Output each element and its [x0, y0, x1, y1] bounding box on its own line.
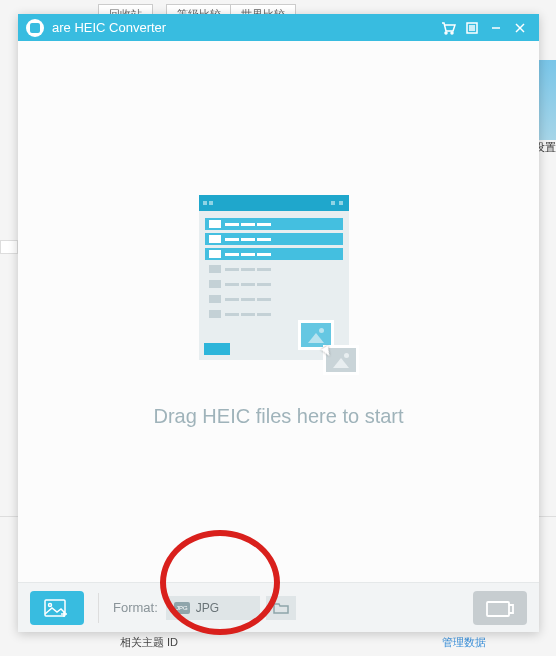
- minimize-button[interactable]: [485, 17, 507, 39]
- titlebar: are HEIC Converter: [18, 14, 539, 41]
- drop-zone[interactable]: Drag HEIC files here to start: [18, 41, 539, 582]
- format-label: Format:: [113, 600, 158, 615]
- add-files-button[interactable]: [30, 591, 84, 625]
- svg-rect-13: [487, 602, 509, 616]
- bg-fragment: [0, 240, 18, 254]
- toolbar-divider: [98, 593, 99, 623]
- app-title: are HEIC Converter: [52, 20, 166, 35]
- cart-button[interactable]: [437, 17, 459, 39]
- svg-point-0: [445, 32, 447, 34]
- svg-point-10: [49, 603, 52, 606]
- bg-link: 管理数据: [442, 635, 486, 650]
- bg-thumbnail: [536, 60, 556, 140]
- format-value: JPG: [196, 601, 219, 615]
- app-logo-icon: [26, 19, 44, 37]
- format-badge-icon: JPG: [174, 602, 190, 614]
- output-folder-button[interactable]: [266, 596, 296, 620]
- drop-instruction-text: Drag HEIC files here to start: [153, 405, 403, 428]
- drop-illustration: [199, 195, 359, 385]
- convert-button[interactable]: [473, 591, 527, 625]
- app-window: are HEIC Converter: [18, 14, 539, 632]
- menu-list-button[interactable]: [461, 17, 483, 39]
- svg-point-1: [451, 32, 453, 34]
- bg-label: 相关主题 ID: [120, 635, 178, 650]
- close-button[interactable]: [509, 17, 531, 39]
- format-dropdown[interactable]: JPG JPG: [166, 596, 260, 620]
- bottom-toolbar: Format: JPG JPG: [18, 582, 539, 632]
